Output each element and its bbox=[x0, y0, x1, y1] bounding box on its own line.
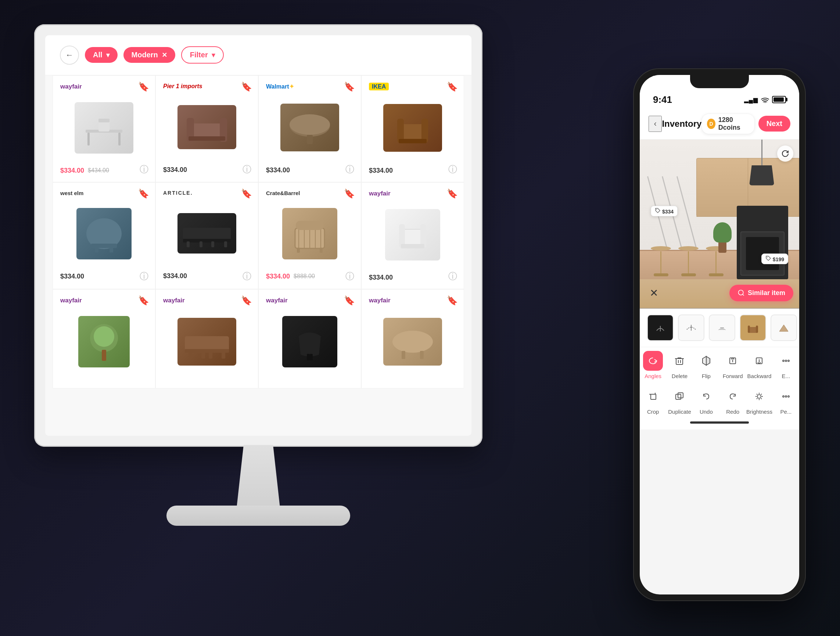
svg-rect-24 bbox=[199, 241, 202, 247]
desktop-back-button[interactable]: ← bbox=[60, 46, 79, 65]
product-card[interactable]: ARTICLE. 🔖 $334.00 ⓘ bbox=[155, 182, 258, 289]
pe-icon bbox=[776, 387, 796, 406]
bookmark-icon[interactable]: 🔖 bbox=[447, 295, 458, 306]
product-card[interactable]: wayfair 🔖 bbox=[155, 289, 258, 388]
rotate-icon-button[interactable] bbox=[777, 145, 793, 162]
svg-rect-40 bbox=[102, 350, 106, 361]
svg-rect-62 bbox=[756, 325, 758, 333]
brand-label: wayfair bbox=[60, 297, 148, 304]
tool-duplicate[interactable]: Duplicate bbox=[666, 387, 693, 415]
product-image bbox=[369, 309, 456, 375]
price-tag-2[interactable]: $199 bbox=[761, 254, 788, 264]
svg-point-89 bbox=[783, 396, 784, 397]
remove-modern-icon[interactable]: ✕ bbox=[162, 51, 167, 59]
tool-backward[interactable]: Backward bbox=[746, 351, 772, 379]
monitor-base bbox=[166, 505, 350, 526]
tool-undo[interactable]: Undo bbox=[693, 387, 720, 415]
bookmark-icon[interactable]: 🔖 bbox=[447, 188, 458, 199]
forward-label: Forward bbox=[723, 373, 743, 379]
desktop-app: ← All ▾ Modern ✕ Filter ▾ bbox=[45, 35, 471, 436]
kitchen-illustration bbox=[640, 140, 799, 309]
product-card[interactable]: wayfair 🔖 bbox=[258, 289, 361, 388]
product-card[interactable]: IKEA 🔖 $334.00 ⓘ bbox=[361, 75, 464, 182]
product-card[interactable]: wayfair 🔖 $334.00 ⓘ bbox=[361, 182, 464, 289]
tool-extra[interactable]: E... bbox=[773, 351, 799, 379]
product-card[interactable]: wayfair 🔖 $334.00 $434.00 bbox=[52, 75, 155, 182]
svg-point-10 bbox=[289, 114, 330, 135]
bookmark-icon[interactable]: 🔖 bbox=[241, 82, 252, 92]
phone-back-button[interactable]: ‹ bbox=[649, 116, 662, 132]
room-image-area[interactable]: $334 $199 ✕ bbox=[640, 140, 799, 309]
bookmark-icon[interactable]: 🔖 bbox=[241, 295, 252, 306]
bookmark-icon[interactable]: 🔖 bbox=[138, 188, 149, 199]
thumbnail-item[interactable] bbox=[647, 314, 674, 341]
svg-line-86 bbox=[761, 394, 762, 395]
svg-rect-17 bbox=[91, 244, 117, 248]
product-card[interactable]: wayfair 🔖 bbox=[52, 289, 155, 388]
product-card[interactable]: Crate&Barrel 🔖 $334.00 $888.00 bbox=[258, 182, 361, 289]
brand-label: wayfair bbox=[369, 190, 456, 197]
filter-modern-pill[interactable]: Modern ✕ bbox=[123, 47, 175, 63]
filter-filter-pill[interactable]: Filter ▾ bbox=[181, 46, 224, 63]
price: $334.00 bbox=[266, 166, 290, 174]
bookmark-icon[interactable]: 🔖 bbox=[138, 295, 149, 306]
bookmark-icon[interactable]: 🔖 bbox=[344, 188, 355, 199]
product-thumbnail bbox=[282, 316, 337, 368]
info-icon[interactable]: ⓘ bbox=[140, 270, 148, 282]
tool-brightness[interactable]: Brightness bbox=[746, 387, 772, 415]
angles-icon bbox=[643, 351, 663, 371]
phone-frame: 9:41 ▂▄▆ ‹ Inventory bbox=[633, 68, 806, 601]
tool-pe[interactable]: Pe... bbox=[773, 387, 799, 415]
price-row: $334.00 $434.00 bbox=[60, 167, 148, 175]
product-thumbnail bbox=[78, 316, 130, 368]
crop-line bbox=[640, 308, 799, 309]
svg-rect-65 bbox=[676, 358, 683, 365]
next-button[interactable]: Next bbox=[758, 116, 790, 131]
bookmark-icon[interactable]: 🔖 bbox=[344, 295, 355, 306]
flip-label: Flip bbox=[702, 373, 711, 379]
thumbnail-item[interactable] bbox=[678, 314, 704, 341]
flip-icon bbox=[696, 351, 716, 371]
svg-line-84 bbox=[756, 394, 757, 395]
product-card[interactable]: Pier 1 imports 🔖 $334.00 ⓘ bbox=[155, 75, 258, 182]
svg-rect-15 bbox=[399, 139, 426, 143]
bookmark-icon[interactable]: 🔖 bbox=[138, 82, 149, 92]
svg-rect-11 bbox=[307, 135, 313, 144]
svg-rect-20 bbox=[183, 228, 231, 241]
product-image bbox=[266, 309, 354, 375]
product-card[interactable]: west elm 🔖 $334.00 ⓘ bbox=[52, 182, 155, 289]
info-icon[interactable]: ⓘ bbox=[243, 270, 251, 282]
info-icon[interactable]: ⓘ bbox=[243, 164, 251, 175]
info-icon[interactable]: ⓘ bbox=[346, 270, 354, 282]
info-icon[interactable]: ⓘ bbox=[448, 164, 457, 175]
filter-all-pill[interactable]: All ▾ bbox=[85, 47, 118, 63]
thumbnail-item[interactable] bbox=[740, 314, 766, 341]
bookmark-icon[interactable]: 🔖 bbox=[344, 82, 355, 92]
svg-rect-1 bbox=[87, 133, 90, 145]
svg-rect-8 bbox=[188, 136, 225, 141]
info-icon[interactable]: ⓘ bbox=[346, 164, 354, 175]
tool-delete[interactable]: Delete bbox=[666, 351, 693, 379]
bookmark-icon[interactable]: 🔖 bbox=[447, 82, 458, 92]
bookmark-icon[interactable]: 🔖 bbox=[241, 188, 252, 199]
tool-flip[interactable]: Flip bbox=[693, 351, 720, 379]
thumbnail-item[interactable] bbox=[771, 314, 797, 341]
product-image bbox=[60, 309, 148, 375]
svg-point-55 bbox=[767, 257, 767, 257]
close-button[interactable]: ✕ bbox=[646, 285, 662, 301]
product-thumbnail bbox=[280, 104, 339, 152]
tool-crop[interactable]: Crop bbox=[640, 387, 666, 415]
original-price: $888.00 bbox=[294, 273, 315, 279]
info-icon[interactable]: ⓘ bbox=[448, 270, 457, 282]
similar-item-button[interactable]: Similar item bbox=[729, 285, 793, 301]
thumbnail-item[interactable] bbox=[709, 314, 735, 341]
product-card[interactable]: wayfair 🔖 bbox=[361, 289, 464, 388]
product-card[interactable]: Walmart✦ 🔖 $334.00 ⓘ bbox=[258, 75, 361, 182]
price-row: $334.00 bbox=[163, 166, 251, 174]
info-icon[interactable]: ⓘ bbox=[140, 164, 148, 175]
tool-angles[interactable]: Angles bbox=[640, 351, 666, 379]
price-tag-1[interactable]: $334 bbox=[651, 206, 677, 216]
tool-redo[interactable]: Redo bbox=[720, 387, 746, 415]
crop-label: Crop bbox=[647, 409, 659, 415]
tool-forward[interactable]: Forward bbox=[720, 351, 746, 379]
